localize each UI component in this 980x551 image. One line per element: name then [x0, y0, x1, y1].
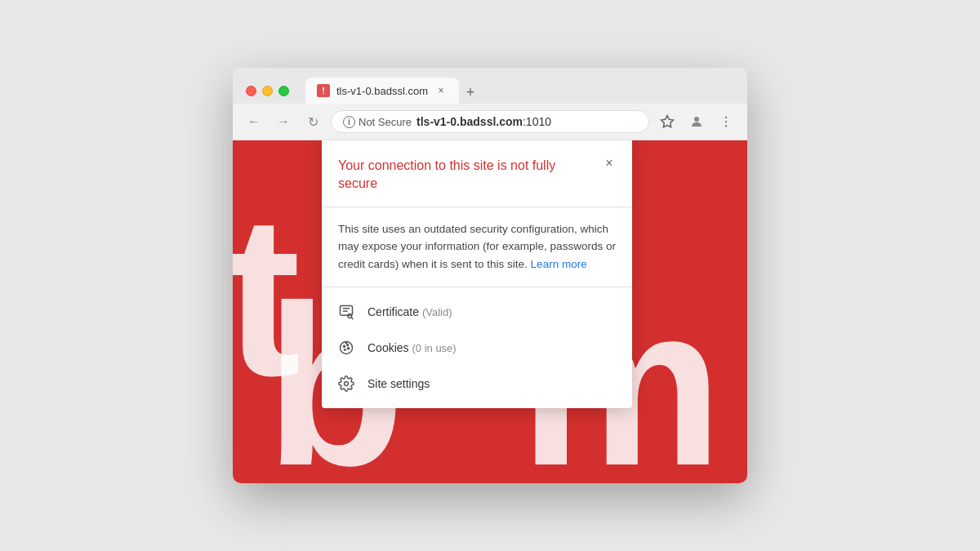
security-indicator[interactable]: i Not Secure [343, 116, 412, 128]
page-content: t b m Your connection to this site is no… [233, 140, 747, 483]
popup-description: This site uses an outdated security conf… [338, 220, 616, 273]
security-popup: Your connection to this site is not full… [322, 140, 632, 408]
title-bar: tls-v1-0.badssl.com × + [233, 68, 747, 104]
account-button[interactable] [685, 110, 708, 133]
site-settings-item[interactable]: Site settings [322, 366, 632, 402]
nav-bar: ← → ↻ i Not Secure tls-v1-0.badssl.com:1… [233, 104, 747, 140]
info-icon: i [343, 116, 355, 128]
cookies-item[interactable]: Cookies (0 in use) [322, 330, 632, 366]
tab-title: tls-v1-0.badssl.com [336, 85, 428, 97]
cookies-icon [338, 340, 354, 356]
svg-point-3 [725, 121, 727, 122]
svg-point-16 [345, 381, 349, 385]
site-settings-label: Site settings [368, 377, 430, 390]
url-port: :1010 [523, 115, 551, 128]
svg-point-11 [344, 345, 345, 347]
svg-point-8 [348, 313, 352, 318]
active-tab[interactable]: tls-v1-0.badssl.com × [305, 78, 459, 104]
learn-more-link[interactable]: Learn more [531, 258, 587, 270]
certificate-item[interactable]: Certificate (Valid) [322, 294, 632, 330]
browser-window: tls-v1-0.badssl.com × + ← → ↻ i Not Secu… [233, 68, 747, 483]
svg-point-13 [347, 347, 349, 349]
new-tab-button[interactable]: + [459, 81, 482, 104]
certificate-label: Certificate (Valid) [368, 305, 452, 318]
svg-point-15 [345, 342, 346, 343]
svg-point-1 [694, 117, 699, 122]
svg-point-14 [345, 349, 346, 350]
svg-point-2 [725, 117, 727, 118]
svg-line-9 [352, 318, 354, 319]
site-settings-icon [338, 375, 354, 392]
svg-marker-0 [662, 116, 674, 127]
traffic-lights [246, 86, 289, 96]
popup-title: Your connection to this site is not full… [338, 157, 616, 193]
tabs-area: tls-v1-0.badssl.com × + [305, 78, 734, 104]
bookmark-button[interactable] [656, 110, 679, 133]
not-secure-label: Not Secure [359, 116, 412, 128]
close-window-button[interactable] [246, 86, 256, 96]
popup-body: This site uses an outdated security conf… [322, 207, 632, 287]
svg-point-12 [347, 344, 349, 345]
url-display: tls-v1-0.badssl.com:1010 [416, 115, 637, 128]
address-bar[interactable]: i Not Secure tls-v1-0.badssl.com:1010 [331, 110, 649, 133]
cookies-label: Cookies (0 in use) [368, 341, 457, 354]
svg-point-4 [725, 125, 727, 127]
popup-items: Certificate (Valid) [322, 287, 632, 408]
popup-header: Your connection to this site is not full… [322, 140, 632, 207]
menu-button[interactable] [715, 110, 737, 133]
url-domain: tls-v1-0.badssl.com [416, 115, 523, 128]
back-button[interactable]: ← [243, 110, 265, 133]
tab-favicon [317, 84, 330, 97]
tab-close-button[interactable]: × [434, 84, 448, 97]
maximize-window-button[interactable] [278, 86, 289, 96]
certificate-icon [338, 304, 354, 320]
minimize-window-button[interactable] [262, 86, 273, 96]
refresh-button[interactable]: ↻ [301, 110, 324, 133]
forward-button[interactable]: → [272, 110, 295, 133]
popup-close-button[interactable]: × [599, 153, 619, 173]
